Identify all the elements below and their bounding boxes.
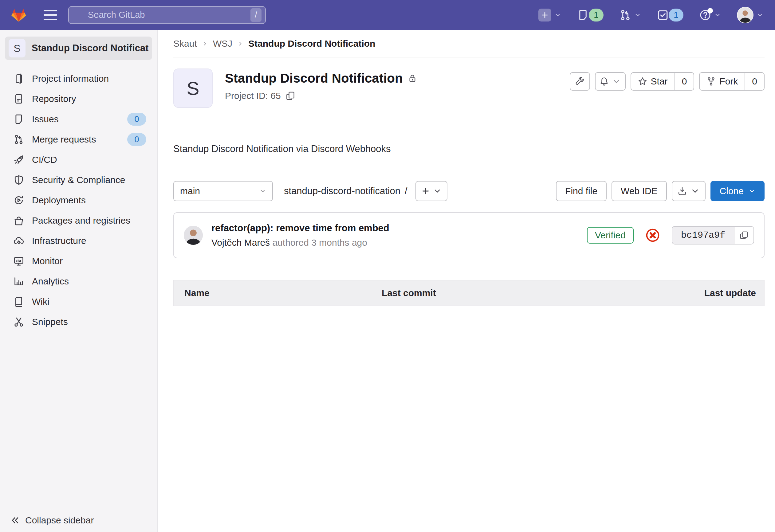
star-button-group[interactable]: Star 0 [631, 72, 695, 91]
analytics-icon [14, 276, 24, 287]
top-navbar: / 1 1 [0, 0, 775, 30]
notifications-button[interactable] [595, 72, 626, 91]
merge-request-icon [620, 9, 631, 21]
user-menu-button[interactable] [737, 7, 763, 23]
divider [173, 57, 765, 57]
issues-icon [14, 114, 24, 124]
repo-toolbar: main standup-discord-notification / Find… [173, 181, 765, 201]
sidebar-item-badge: 0 [127, 133, 146, 146]
copy-project-id-icon[interactable] [286, 91, 295, 100]
sidebar-item-snippets[interactable]: Snippets [0, 312, 157, 332]
breadcrumb-subgroup[interactable]: WSJ [213, 38, 232, 49]
commit-sha: bc197a9f [672, 227, 734, 244]
merge-requests-icon [14, 134, 24, 145]
issues-shortcut-button[interactable]: 1 [577, 9, 604, 22]
repo-path[interactable]: standup-discord-notification [284, 186, 401, 197]
collapse-sidebar-label: Collapse sidebar [25, 515, 94, 526]
commit-sha-group: bc197a9f [672, 226, 754, 244]
star-count[interactable]: 0 [675, 73, 694, 90]
navbar-actions: 1 1 [538, 7, 763, 23]
sidebar-item-security-compliance[interactable]: Security & Compliance [0, 170, 157, 190]
last-commit-card: refactor(app): remove time from embed Vo… [173, 212, 765, 258]
sidebar-item-packages-and-registries[interactable]: Packages and registries [0, 210, 157, 231]
search-shortcut-key: / [250, 8, 261, 22]
chevron-down-icon [634, 12, 641, 18]
sidebar-item-repository[interactable]: Repository [0, 89, 157, 109]
sidebar-project-context[interactable]: S Standup Discord Notificati... [5, 37, 152, 60]
search-input[interactable] [88, 10, 250, 20]
project-id: Project ID: 65 [225, 91, 281, 101]
sidebar-item-label: Deployments [32, 195, 86, 205]
clone-button[interactable]: Clone [710, 181, 765, 201]
sidebar-item-label: CI/CD [32, 155, 57, 165]
sidebar-item-wiki[interactable]: Wiki [0, 291, 157, 312]
sidebar-item-issues[interactable]: Issues0 [0, 109, 157, 129]
fork-count[interactable]: 0 [745, 73, 764, 90]
new-item-button[interactable] [538, 9, 561, 22]
find-file-button[interactable]: Find file [556, 181, 607, 201]
commit-title[interactable]: refactor(app): remove time from embed [211, 223, 390, 234]
sidebar-item-badge: 0 [127, 113, 146, 126]
wiki-icon [14, 296, 24, 307]
snippets-icon [14, 317, 24, 327]
search-icon [74, 10, 84, 20]
language-bar[interactable] [173, 166, 765, 170]
todos-shortcut-button[interactable]: 1 [657, 9, 683, 22]
breadcrumb-current: Standup Discord Notification [248, 38, 375, 49]
sidebar-item-project-information[interactable]: Project information [0, 68, 157, 89]
chevron-down-icon [757, 12, 763, 18]
breadcrumb-group[interactable]: Skaut [173, 38, 197, 49]
sidebar-item-infrastructure[interactable]: Infrastructure [0, 231, 157, 251]
commit-author-avatar[interactable] [184, 226, 203, 245]
web-ide-button[interactable]: Web IDE [612, 181, 667, 201]
collapse-sidebar-button[interactable]: Collapse sidebar [0, 509, 157, 532]
commit-authored-ago: authored 3 months ago [272, 237, 367, 248]
monitor-icon [14, 256, 24, 266]
sidebar-item-label: Issues [32, 114, 59, 124]
deployments-icon [14, 195, 24, 205]
fork-icon [707, 77, 716, 86]
sidebar-item-analytics[interactable]: Analytics [0, 271, 157, 291]
chevron-down-icon [714, 12, 721, 18]
menu-hamburger-icon[interactable] [44, 10, 57, 20]
copy-sha-button[interactable] [734, 227, 753, 244]
search-bar[interactable]: / [68, 6, 266, 24]
column-header-name[interactable]: Name [174, 288, 381, 298]
merge-requests-shortcut-button[interactable] [620, 9, 641, 21]
column-header-last-commit[interactable]: Last commit [381, 288, 635, 298]
sidebar-item-merge-requests[interactable]: Merge requests0 [0, 129, 157, 150]
sidebar-item-label: Project information [32, 73, 109, 84]
chevron-right-icon [202, 41, 208, 47]
commit-author-name[interactable]: Vojtěch Mareš [211, 237, 270, 248]
star-icon [638, 77, 647, 86]
user-avatar [737, 7, 753, 23]
sidebar-item-label: Analytics [32, 276, 69, 287]
todos-count-badge: 1 [669, 9, 683, 22]
fork-button-group[interactable]: Fork 0 [699, 72, 765, 91]
sidebar-item-ci-cd[interactable]: CI/CD [0, 150, 157, 170]
sidebar-item-deployments[interactable]: Deployments [0, 190, 157, 210]
help-menu-button[interactable] [699, 9, 721, 21]
path-separator: / [405, 186, 408, 197]
admin-wrench-button[interactable] [570, 72, 590, 91]
sidebar-item-label: Wiki [32, 296, 49, 307]
sidebar-item-label: Security & Compliance [32, 175, 125, 185]
project-description: Standup Discord Notification via Discord… [173, 143, 765, 155]
sidebar-item-label: Monitor [32, 256, 63, 266]
copy-icon [740, 231, 748, 240]
file-table-header: Name Last commit Last update [174, 280, 764, 306]
wrench-icon [575, 77, 585, 86]
infrastructure-icon [14, 236, 24, 246]
column-header-last-update[interactable]: Last update [635, 288, 764, 298]
gitlab-app: / 1 1 [0, 0, 775, 532]
verified-badge[interactable]: Verified [587, 227, 634, 244]
sidebar-item-monitor[interactable]: Monitor [0, 251, 157, 271]
download-button[interactable] [672, 181, 706, 201]
chevron-down-icon [612, 77, 621, 86]
gitlab-logo-icon[interactable] [10, 7, 28, 23]
issues-count-badge: 1 [589, 9, 604, 22]
branch-selector[interactable]: main [173, 181, 273, 201]
chevron-right-icon [237, 41, 243, 47]
pipeline-failed-icon[interactable] [645, 228, 660, 243]
add-file-button[interactable] [416, 181, 448, 201]
